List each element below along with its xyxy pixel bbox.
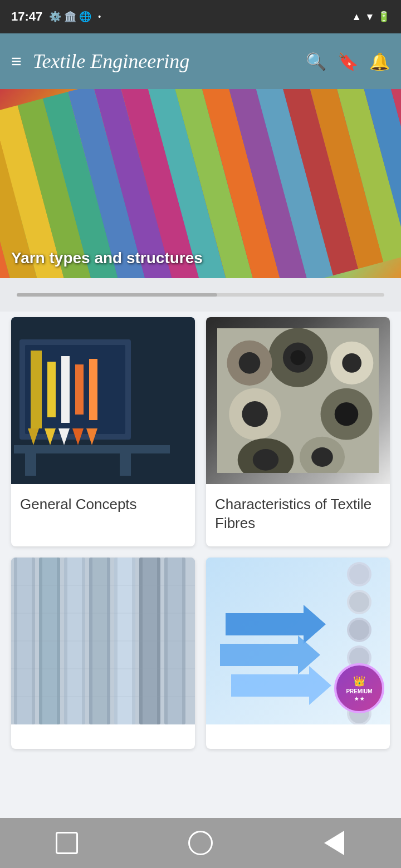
machinery-svg [11, 317, 195, 484]
nav-square-icon [56, 832, 78, 854]
search-icon[interactable]: 🔍 [306, 52, 326, 71]
cards-grid: General Concepts [11, 317, 390, 749]
card-label-characteristics: Characteristics of Textile Fibres [206, 484, 390, 546]
card-general-concepts[interactable]: General Concepts [11, 317, 195, 546]
svg-point-57 [349, 592, 369, 612]
premium-label: PREMIUM [346, 688, 372, 695]
card-label-fabric-rolls [11, 724, 195, 749]
bottom-nav [0, 818, 401, 868]
machinery-visual [11, 317, 195, 484]
status-dot: • [98, 12, 101, 21]
menu-icon[interactable]: ≡ [11, 52, 22, 70]
nav-home-button[interactable] [184, 829, 217, 857]
premium-image: 👑 PREMIUM ★ ★ [206, 558, 390, 724]
svg-point-27 [335, 402, 359, 426]
svg-rect-6 [75, 364, 84, 415]
svg-point-19 [290, 350, 305, 365]
nav-triangle-icon [324, 831, 344, 855]
premium-crown-icon: 👑 [353, 675, 365, 687]
svg-point-25 [242, 401, 267, 427]
scroll-bar-thumb [17, 293, 217, 297]
signal-icon: ▲ [351, 11, 361, 23]
card-fabric-rolls[interactable] [11, 558, 195, 749]
app-bar-actions: 🔍 🔖 🔔 [306, 52, 390, 71]
card-label-general-concepts: General Concepts [11, 484, 195, 529]
svg-rect-3 [31, 351, 42, 428]
svg-rect-4 [47, 362, 56, 417]
svg-point-23 [342, 353, 361, 373]
svg-rect-5 [61, 356, 70, 423]
wifi-icon: ▾ [367, 11, 372, 23]
characteristics-image [206, 317, 390, 484]
nav-back-button[interactable] [50, 829, 84, 857]
svg-point-59 [349, 620, 369, 640]
status-time: 17:47 [11, 9, 42, 24]
hero-banner[interactable]: Yarn types and structures [0, 89, 401, 278]
svg-rect-7 [89, 359, 97, 420]
status-bar: 17:47 ⚙️ 🏛️ 🌐 • ▲ ▾ 🔋 [0, 0, 401, 33]
hero-label: Yarn types and structures [11, 249, 203, 267]
card-image-general-concepts [11, 317, 195, 484]
app-bar: ≡ Textile Engineering 🔍 🔖 🔔 [0, 33, 401, 89]
cards-section: General Concepts [0, 312, 401, 760]
svg-point-29 [253, 449, 278, 471]
svg-rect-14 [25, 453, 36, 476]
card-image-fabric-rolls [11, 558, 195, 724]
svg-point-21 [239, 352, 261, 374]
nav-recent-button[interactable] [317, 829, 351, 857]
general-concepts-image [11, 317, 195, 484]
app-title: Textile Engineering [33, 50, 295, 73]
card-premium[interactable]: 👑 PREMIUM ★ ★ [206, 558, 390, 749]
fabric-svg [11, 558, 195, 724]
scroll-bar [17, 293, 384, 297]
card-image-premium: 👑 PREMIUM ★ ★ [206, 558, 390, 724]
svg-rect-15 [120, 453, 131, 476]
svg-point-55 [349, 564, 369, 584]
status-icons: ⚙️ 🏛️ 🌐 [49, 11, 91, 23]
spools-visual [206, 317, 390, 484]
fabric-image [11, 558, 195, 724]
card-image-characteristics [206, 317, 390, 484]
premium-badge: 👑 PREMIUM ★ ★ [334, 663, 384, 713]
svg-point-31 [311, 447, 333, 467]
bookmark-icon[interactable]: 🔖 [338, 52, 358, 71]
battery-icon: 🔋 [378, 11, 390, 23]
svg-rect-13 [14, 445, 170, 453]
card-label-premium [206, 724, 390, 749]
card-characteristics[interactable]: Characteristics of Textile Fibres [206, 317, 390, 546]
spools-svg [217, 328, 379, 473]
bell-icon[interactable]: 🔔 [369, 52, 390, 71]
nav-circle-icon [188, 831, 213, 855]
scroll-indicator [0, 278, 401, 312]
